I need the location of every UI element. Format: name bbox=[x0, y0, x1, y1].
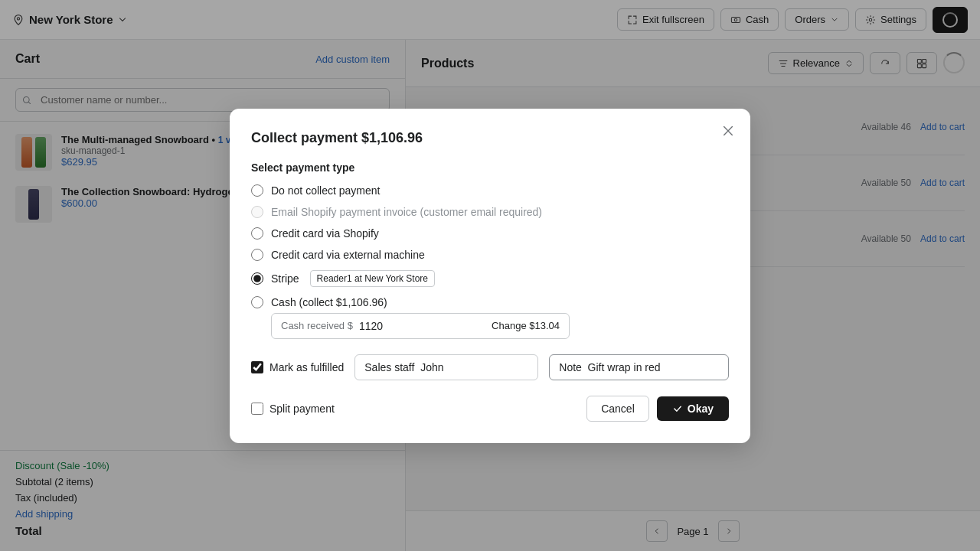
mark-fulfilled-checkbox-row[interactable]: Mark as fulfilled bbox=[251, 361, 344, 373]
cancel-button[interactable]: Cancel bbox=[586, 396, 649, 422]
payment-radio-stripe[interactable] bbox=[251, 272, 263, 285]
note-input[interactable] bbox=[549, 354, 729, 380]
change-amount: Change $13.04 bbox=[492, 320, 560, 331]
close-icon bbox=[721, 124, 735, 138]
payment-option-cash[interactable]: Cash (collect $1,106.96) bbox=[251, 296, 729, 308]
modal-footer: Split payment Cancel Okay bbox=[251, 396, 729, 422]
staff-input[interactable] bbox=[354, 354, 538, 380]
split-payment-label: Split payment bbox=[270, 403, 335, 415]
collect-payment-modal: Collect payment $1,106.96 Select payment… bbox=[230, 109, 750, 443]
payment-option-label: Credit card via Shopify bbox=[271, 227, 379, 240]
payment-option-label: Do not collect payment bbox=[271, 184, 380, 197]
payment-options-list: Do not collect payment Email Shopify pay… bbox=[251, 184, 729, 339]
payment-option-no-collect[interactable]: Do not collect payment bbox=[251, 184, 729, 197]
payment-option-stripe[interactable]: Stripe Reader1 at New York Store bbox=[251, 270, 729, 287]
split-payment-row[interactable]: Split payment bbox=[251, 403, 335, 415]
payment-option-label: Email Shopify payment invoice (customer … bbox=[271, 206, 542, 218]
okay-button[interactable]: Okay bbox=[657, 396, 729, 421]
check-icon bbox=[672, 403, 683, 414]
modal-title: Collect payment $1,106.96 bbox=[251, 130, 729, 146]
payment-section-label: Select payment type bbox=[251, 161, 729, 174]
cash-received-row: Cash received $ Change $13.04 bbox=[271, 313, 570, 339]
payment-radio-cash[interactable] bbox=[251, 296, 263, 308]
payment-radio-cc-shopify[interactable] bbox=[251, 227, 263, 240]
stripe-reader-badge: Reader1 at New York Store bbox=[310, 270, 435, 287]
modal-close-button[interactable] bbox=[721, 124, 735, 142]
payment-option-cash-container: Cash (collect $1,106.96) Cash received $… bbox=[251, 296, 729, 339]
modal-overlay: Collect payment $1,106.96 Select payment… bbox=[0, 0, 980, 551]
payment-option-label: Cash (collect $1,106.96) bbox=[271, 296, 387, 308]
payment-radio-cc-external[interactable] bbox=[251, 249, 263, 261]
bottom-details-row: Mark as fulfilled bbox=[251, 354, 729, 380]
cash-received-label: Cash received $ bbox=[281, 320, 353, 331]
cash-details: Cash received $ Change $13.04 bbox=[271, 313, 729, 339]
split-payment-checkbox[interactable] bbox=[251, 403, 263, 415]
payment-option-label: Credit card via external machine bbox=[271, 249, 425, 261]
payment-option-email-invoice: Email Shopify payment invoice (customer … bbox=[251, 206, 729, 218]
cash-amount-input[interactable] bbox=[359, 320, 420, 332]
payment-option-label: Stripe bbox=[271, 272, 299, 285]
okay-label: Okay bbox=[688, 403, 714, 415]
payment-radio-email-invoice bbox=[251, 206, 263, 218]
payment-option-cc-external[interactable]: Credit card via external machine bbox=[251, 249, 729, 261]
payment-radio-no-collect[interactable] bbox=[251, 184, 263, 197]
mark-fulfilled-checkbox[interactable] bbox=[251, 361, 263, 373]
payment-option-cc-shopify[interactable]: Credit card via Shopify bbox=[251, 227, 729, 240]
mark-fulfilled-label: Mark as fulfilled bbox=[270, 361, 344, 373]
